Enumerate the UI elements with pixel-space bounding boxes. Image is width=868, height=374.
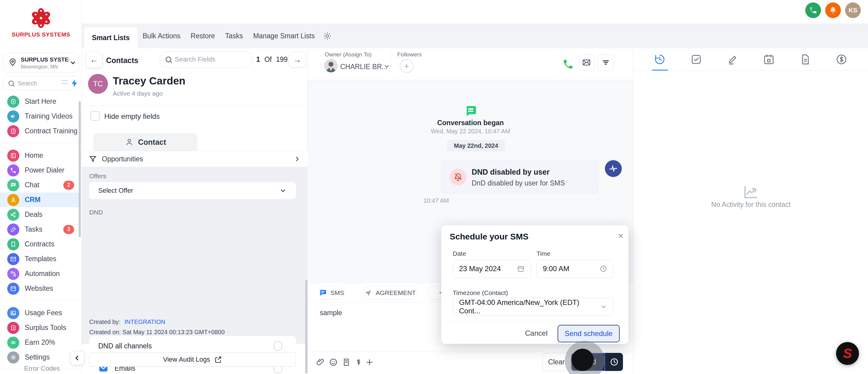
sidebar-item-power-dialer[interactable]: Power Dialer <box>0 163 80 178</box>
contact-name: Tracey Carden <box>113 75 185 87</box>
opportunities-row[interactable]: Opportunities <box>82 151 308 167</box>
sidebar-search-placeholder: Search <box>18 80 37 87</box>
dollar-icon[interactable] <box>354 358 363 367</box>
sidebar-search[interactable]: Search <box>3 76 79 90</box>
sidebar-scrollbar[interactable] <box>79 102 81 237</box>
created-by-value[interactable]: INTEGRATION <box>124 318 165 325</box>
next-contact-button[interactable]: → <box>289 52 306 67</box>
sidebar-item-websites[interactable]: Websites <box>0 281 80 296</box>
support-chat-widget[interactable]: S <box>836 342 859 365</box>
image-icon <box>7 307 19 319</box>
contract-icon <box>7 238 19 250</box>
paperclip-icon[interactable] <box>316 358 325 367</box>
activity-tab-task[interactable] <box>690 53 702 65</box>
schedule-send-button[interactable] <box>605 353 623 371</box>
lightning-icon[interactable] <box>70 79 79 88</box>
time-value: 9:00 AM <box>543 264 569 273</box>
notifications-button[interactable] <box>825 2 841 18</box>
conversation-began-title: Conversation began <box>308 119 633 127</box>
sidebar-item-training-videos[interactable]: Training Videos <box>0 109 80 124</box>
phone-status-button[interactable] <box>805 2 821 18</box>
close-icon[interactable] <box>618 233 624 239</box>
owner-label: Owner (Assign To) <box>324 51 372 58</box>
dnd-label: DND <box>89 209 103 216</box>
chat-blue-icon <box>319 289 327 297</box>
add-follower-button[interactable]: + <box>400 59 413 73</box>
activity-tab-doc[interactable] <box>799 53 811 65</box>
location-pin-icon <box>8 58 17 67</box>
pagination: 1 Of 199 <box>256 56 287 64</box>
template-icon[interactable] <box>342 358 351 367</box>
sidebar-item-automation[interactable]: Automation <box>0 266 80 281</box>
activity-tab-clock-history[interactable] <box>654 53 666 65</box>
card-icon <box>7 125 19 137</box>
activity-tab-dollar-circle[interactable] <box>835 53 847 65</box>
filter-icon <box>601 58 610 67</box>
filter-button[interactable] <box>598 54 614 70</box>
call-icon[interactable] <box>562 59 574 70</box>
chevron-right-icon <box>293 155 301 163</box>
breadcrumb: Contacts <box>106 56 138 65</box>
nav-tab-restore[interactable]: Restore <box>186 24 220 48</box>
timezone-select[interactable]: GMT-04:00 America/New_York (EDT) Cont... <box>453 298 614 316</box>
date-input[interactable]: 23 May 2024 <box>453 260 531 278</box>
hide-empty-fields-checkbox[interactable] <box>90 111 100 121</box>
emoji-icon[interactable] <box>329 358 338 367</box>
top-strip: KS <box>82 0 868 24</box>
plus-icon[interactable] <box>365 358 374 367</box>
activity-panel: No Activity for this contact <box>633 48 868 374</box>
location-switcher[interactable]: SURPLUS SYSTEM... Bloomington, MN <box>3 53 79 73</box>
sidebar-item-usage-fees[interactable]: Usage Fees <box>0 306 80 320</box>
activity-tabs <box>633 48 868 70</box>
sidebar-item-chat[interactable]: Chat2 <box>0 178 80 193</box>
user-icon <box>7 194 19 206</box>
external-link-icon <box>214 355 222 364</box>
sidebar-item-settings[interactable]: Settings <box>0 350 80 365</box>
chevron-down-icon <box>600 303 607 310</box>
active-tab-underline <box>652 70 668 70</box>
tab-contact[interactable]: Contact <box>93 133 197 151</box>
activity-tab-pen[interactable] <box>727 53 739 65</box>
nav-tab-smart-lists[interactable]: Smart Lists <box>84 27 137 48</box>
nav-tab-tasks[interactable]: Tasks <box>220 24 248 48</box>
user-avatar[interactable]: KS <box>845 2 861 18</box>
activity-tab-calendar[interactable] <box>763 53 775 65</box>
sidebar-collapse-button[interactable] <box>70 351 84 365</box>
sidebar-item-contracts[interactable]: Contracts <box>0 237 80 252</box>
sidebar-item-deals[interactable]: Deals <box>0 207 80 222</box>
chevron-down-icon[interactable] <box>383 63 390 70</box>
back-button[interactable]: ← <box>86 52 102 67</box>
view-audit-logs-button[interactable]: View Audit Logs <box>89 352 296 367</box>
contact-initials: TC <box>93 80 103 88</box>
sidebar-item-error-codes[interactable]: Error Codes <box>24 365 60 373</box>
compose-tab-agreement[interactable]: AGREEMENT <box>363 286 417 300</box>
compose-tab-sms[interactable]: SMS <box>318 286 344 300</box>
email-button[interactable] <box>578 54 595 70</box>
offers-select[interactable]: Select Offer <box>89 182 296 199</box>
sidebar-item-templates[interactable]: Templates <box>0 252 80 266</box>
owner-avatar[interactable] <box>324 59 338 73</box>
offers-label: Offers <box>89 173 106 180</box>
bell-slash-icon <box>450 169 467 185</box>
sidebar-item-crm[interactable]: CRM <box>0 193 80 207</box>
nav-tab-bulk-actions[interactable]: Bulk Actions <box>137 24 185 48</box>
opportunities-label: Opportunities <box>102 155 143 163</box>
send-schedule-button[interactable]: Send schedule <box>558 325 620 342</box>
sidebar-item-start-here[interactable]: Start Here <box>0 94 80 109</box>
search-fields-input[interactable] <box>175 52 249 67</box>
sidebar-item-tasks[interactable]: Tasks3 <box>0 222 80 237</box>
time-input[interactable]: 9:00 AM <box>536 260 614 278</box>
sidebar-item-earn-20-[interactable]: Earn 20% <box>0 335 80 350</box>
owner-name[interactable]: CHARLIE BR... <box>340 63 388 71</box>
sidebar-item-home[interactable]: Home <box>0 148 80 163</box>
speaker-icon <box>7 110 19 122</box>
contact-panel-scrollbar[interactable] <box>305 280 307 373</box>
pagination-current: 1 <box>256 56 260 63</box>
smartlist-settings-gear-icon[interactable] <box>323 24 332 48</box>
sidebar-item-surplus-tools[interactable]: Surplus Tools <box>0 320 80 335</box>
dnd-all-channels-checkbox[interactable] <box>274 341 282 351</box>
cancel-button[interactable]: Cancel <box>525 329 548 338</box>
compose-message-text[interactable]: sample <box>320 309 342 317</box>
nav-tab-manage-smart-lists[interactable]: Manage Smart Lists <box>248 24 320 48</box>
sidebar-item-contract-training[interactable]: Contract Training <box>0 124 80 139</box>
